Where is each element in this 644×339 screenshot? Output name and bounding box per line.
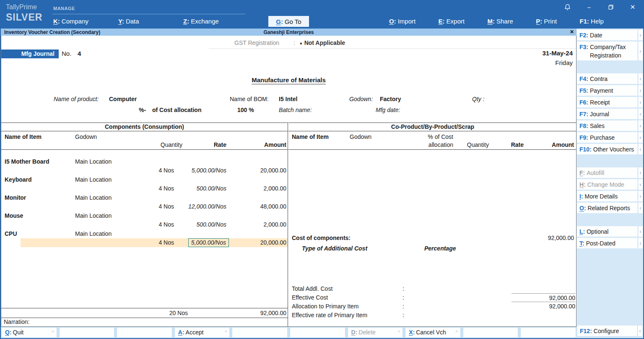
- button-label: Optional: [587, 227, 637, 236]
- shortcut-key: Q:: [5, 329, 12, 336]
- caret-icon: ^: [398, 328, 400, 337]
- product-value[interactable]: Computer: [109, 96, 137, 102]
- item-amount[interactable]: 20,000.00: [260, 238, 286, 247]
- components-rows: I5 Mother BoardMain Location4 Nos5,000.0…: [1, 157, 288, 247]
- voucher-type-badge[interactable]: Mfg Journal: [1, 50, 59, 58]
- bottom-bar-button-empty[interactable]: [232, 328, 287, 337]
- bom-value[interactable]: I5 Intel: [279, 96, 297, 102]
- minimize-button[interactable]: −: [585, 3, 593, 11]
- menu-share[interactable]: M:Share: [487, 18, 513, 25]
- related-reports-button[interactable]: O:Related Reports‹: [577, 203, 643, 213]
- narration-label[interactable]: Narration:: [4, 318, 29, 325]
- item-quantity[interactable]: 4 Nos: [158, 238, 174, 247]
- col-pct-cost-line2: allocation: [428, 141, 453, 148]
- optional-button[interactable]: L:Optional‹: [577, 226, 643, 237]
- chevron-left-icon: ‹: [638, 109, 643, 119]
- voucher-date[interactable]: 31-May-24: [542, 50, 573, 57]
- screen-close-icon[interactable]: ✕: [570, 29, 574, 35]
- bottom-bar-button-empty[interactable]: [521, 328, 576, 337]
- summary-value: 92,000.00: [512, 293, 575, 302]
- contra-button[interactable]: F4:Contra‹: [577, 73, 643, 84]
- purchase-button[interactable]: F9:Purchase‹: [577, 132, 643, 143]
- percentage-label: Percentage: [424, 244, 456, 253]
- menu-label: Company: [62, 18, 88, 25]
- button-label: Cancel Vch: [416, 329, 446, 336]
- shortcut-key: L:: [579, 227, 585, 236]
- table-row-cpu[interactable]: CPUMain Location4 Nos5,000.00/Nos20,000.…: [1, 229, 288, 247]
- item-name: CPU: [5, 229, 17, 238]
- shortcut-key: F12:: [580, 327, 592, 335]
- accept-button[interactable]: A:Accept^: [175, 328, 230, 337]
- menu-company[interactable]: K:Company: [53, 18, 118, 25]
- shortcut-key: F10:: [579, 145, 592, 154]
- cost-allocation-value[interactable]: 100 %: [237, 107, 254, 113]
- godown-value[interactable]: Factory: [380, 96, 401, 102]
- journal-button[interactable]: F7:Journal‹: [577, 109, 643, 119]
- item-rate-field[interactable]: 5,000.00/Nos: [188, 238, 229, 247]
- chevron-left-icon: ‹: [638, 179, 643, 190]
- button-label: More Details: [585, 192, 637, 201]
- button-label: Sales: [590, 122, 637, 130]
- bottom-bar-button-empty[interactable]: [117, 328, 172, 337]
- menu-data[interactable]: Y:Data: [118, 18, 183, 25]
- app-brand: TallyPrime SILVER: [6, 3, 42, 23]
- chevron-left-icon: ‹: [638, 203, 643, 213]
- pct-label: %-: [139, 107, 146, 113]
- quit-button[interactable]: Q:Quit^: [2, 328, 57, 337]
- table-row-i5-mother-board[interactable]: I5 Mother BoardMain Location4 Nos5,000.0…: [1, 157, 288, 175]
- cancel-vch-button[interactable]: X:Cancel Vch^: [405, 328, 460, 337]
- screen-title-bar: Inventory Voucher Creation (Secondary) G…: [1, 29, 576, 36]
- summary-value: [512, 311, 575, 320]
- summary-value: 92,000.00: [512, 302, 575, 311]
- post-dated-button[interactable]: T:Post-Dated‹: [577, 238, 643, 248]
- button-label: Configure: [594, 327, 636, 335]
- item-quantity: 4 Nos: [158, 184, 174, 193]
- button-label: Purchase: [590, 133, 637, 142]
- col-name-of-item: Name of Item: [5, 133, 42, 140]
- manage-menu-title[interactable]: MANAGE: [53, 6, 75, 11]
- close-button[interactable]: ✕: [629, 3, 636, 11]
- shortcut-key: E:: [439, 18, 445, 25]
- delete-button[interactable]: D:Delete^: [348, 328, 403, 337]
- other-vouchers-button[interactable]: F10:Other Vouchers‹: [577, 144, 643, 154]
- sidebar-spacer: [576, 156, 643, 167]
- table-row-mouse[interactable]: MouseMain Location4 Nos500.00/Nos2,000.0…: [1, 211, 288, 229]
- menu-print[interactable]: P:Print: [536, 18, 557, 25]
- shortcut-key: X:: [409, 329, 415, 336]
- voucher-no-value[interactable]: 4: [78, 50, 81, 57]
- sales-button[interactable]: F8:Sales‹: [577, 120, 643, 131]
- summary-row-allocation-to-primary-item: Allocation to Primary Item:92,000.00: [288, 302, 576, 311]
- coproduct-title: Co-Product/By-Product/Scrap: [288, 123, 576, 131]
- shortcut-key: G:: [276, 18, 283, 25]
- shortcut-key: Z:: [183, 18, 189, 25]
- col-amount: Amount: [264, 141, 286, 148]
- item-name: Keyboard: [5, 175, 32, 184]
- menu-export[interactable]: E:Export: [439, 18, 465, 25]
- payment-button[interactable]: F5:Payment‹: [577, 85, 643, 96]
- item-rate: 12,000.00/Nos: [188, 202, 226, 211]
- date-button[interactable]: F2:Date‹: [577, 30, 643, 40]
- configure-button[interactable]: F12:Configure‹: [577, 326, 642, 336]
- receipt-button[interactable]: F6:Receipt‹: [577, 97, 643, 107]
- bottom-bar-button-empty[interactable]: [290, 328, 345, 337]
- notification-bell-icon[interactable]: [564, 3, 571, 11]
- bottom-bar-button-empty[interactable]: [60, 328, 114, 337]
- restore-button[interactable]: [607, 3, 615, 11]
- bottom-bar-button-empty[interactable]: [463, 328, 518, 337]
- menu-import[interactable]: O:Import: [389, 18, 415, 25]
- goto-button[interactable]: G:Go To: [268, 16, 309, 27]
- menu-help[interactable]: F1:Help: [580, 18, 604, 25]
- more-details-button[interactable]: I:More Details‹: [577, 191, 643, 201]
- item-name: Monitor: [5, 193, 26, 202]
- chevron-left-icon: ‹: [638, 144, 643, 154]
- chevron-left-icon: ‹: [638, 132, 643, 143]
- gst-registration-value[interactable]: ♦Not Applicable: [300, 39, 345, 46]
- menu-exchange[interactable]: Z:Exchange: [183, 18, 248, 25]
- col-rate: Rate: [511, 141, 524, 148]
- table-row-monitor[interactable]: MonitorMain Location4 Nos12,000.00/Nos48…: [1, 193, 288, 211]
- item-godown: Main Location: [75, 211, 112, 220]
- chevron-left-icon: ‹: [638, 85, 643, 96]
- table-row-keyboard[interactable]: KeyboardMain Location4 Nos500.00/Nos2,00…: [1, 175, 288, 193]
- godown-label: Godown:: [349, 96, 373, 102]
- company-tax-registration-button[interactable]: F3:Company/Tax Registration‹: [577, 42, 643, 60]
